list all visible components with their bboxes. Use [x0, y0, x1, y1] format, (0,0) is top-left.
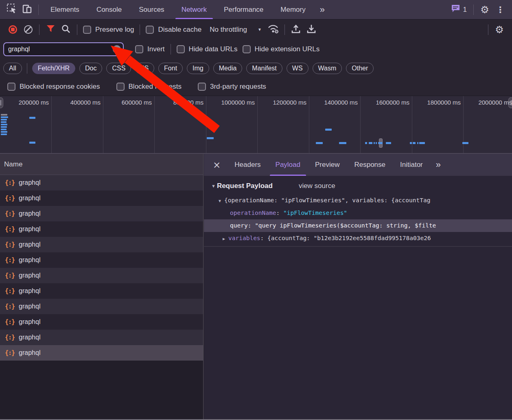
device-toolbar-button[interactable] — [20, 2, 35, 18]
request-row[interactable]: {:}graphql — [0, 314, 203, 330]
request-row[interactable]: {:}graphql — [0, 283, 203, 299]
request-name: graphql — [19, 210, 40, 217]
payload-variables-row[interactable]: ▶variables: {accountTag: "b12e3b2192ee55… — [204, 232, 512, 245]
request-row[interactable]: {:}graphql — [0, 299, 203, 314]
waterfall-bar — [1, 124, 7, 125]
preserve-log-toggle[interactable]: Preserve log — [83, 26, 134, 34]
timeline-tick-label: 600000 ms — [101, 99, 152, 106]
json-resource-icon: {:} — [5, 179, 15, 186]
preserve-log-checkbox[interactable] — [83, 26, 91, 34]
filter-chip-media[interactable]: Media — [213, 63, 243, 74]
request-row[interactable]: {:}graphql — [0, 345, 203, 361]
record-network-log-button[interactable] — [5, 22, 20, 38]
filter-chip-css[interactable]: CSS — [106, 63, 131, 74]
timeline-tick-label: 2000000 ms — [461, 99, 512, 106]
detail-tab-response[interactable]: Response — [347, 154, 393, 176]
payload-query-row[interactable]: query: "query ipFlowTimeseries($accountT… — [204, 219, 512, 232]
filter-toggle-button[interactable] — [43, 22, 58, 38]
divider — [38, 4, 39, 15]
hide-data-urls-checkbox[interactable] — [177, 45, 185, 53]
filter-chip-doc[interactable]: Doc — [79, 63, 102, 74]
timeline-tick-label: 400000 ms — [49, 99, 101, 106]
expand-triangle-icon[interactable]: ▼ — [219, 199, 221, 203]
filter-chip-img[interactable]: Img — [187, 63, 209, 74]
clear-filter-button[interactable]: × — [113, 45, 121, 53]
detail-tab-initiator[interactable]: Initiator — [393, 154, 430, 176]
payload-operation-row[interactable]: operationName: "ipFlowTimeseries" — [204, 207, 512, 219]
more-detail-tabs-button[interactable]: » — [430, 160, 447, 170]
detail-tab-headers[interactable]: Headers — [227, 154, 268, 176]
overview-timeline[interactable]: 200000 ms400000 ms600000 ms800000 ms1000… — [0, 96, 512, 154]
waterfall-bar — [419, 142, 425, 144]
blocked-requests-toggle[interactable]: Blocked requests — [116, 83, 182, 91]
network-settings-button[interactable]: ⚙ — [492, 22, 507, 38]
panel-tabs: ElementsConsoleSourcesNetworkPerformance… — [42, 0, 314, 19]
filter-chip-font[interactable]: Font — [158, 63, 183, 74]
inspect-element-button[interactable] — [4, 2, 20, 18]
filter-chip-ws[interactable]: WS — [287, 63, 309, 74]
disable-cache-label: Disable cache — [158, 26, 201, 34]
filter-chip-manifest[interactable]: Manifest — [246, 63, 282, 74]
colon: : — [260, 235, 267, 241]
filter-chip-js[interactable]: JS — [135, 63, 154, 74]
tab-elements[interactable]: Elements — [42, 0, 88, 19]
search-button[interactable] — [58, 22, 74, 38]
filter-chip-other[interactable]: Other — [346, 63, 374, 74]
json-resource-icon: {:} — [5, 210, 15, 217]
request-row[interactable]: {:}graphql — [0, 268, 203, 283]
invert-toggle[interactable]: Invert — [135, 45, 165, 53]
invert-checkbox[interactable] — [135, 45, 143, 53]
overflow-menu-button[interactable]: ⋮ — [492, 2, 508, 18]
blocked-requests-checkbox[interactable] — [116, 83, 125, 91]
filter-chip-all[interactable]: All — [3, 63, 22, 74]
more-panels-button[interactable]: » — [314, 4, 331, 15]
view-source-link[interactable]: view source — [299, 182, 335, 190]
close-detail-button[interactable]: × — [206, 160, 227, 170]
tab-performance[interactable]: Performance — [215, 0, 272, 19]
clear-network-log-button[interactable] — [20, 22, 36, 38]
collapse-triangle-icon: ▼ — [211, 184, 216, 188]
waterfall-bar — [29, 142, 35, 144]
extra-filters-row: Blocked response cookies Blocked request… — [0, 77, 512, 96]
disable-cache-toggle[interactable]: Disable cache — [146, 26, 201, 34]
detail-tab-payload[interactable]: Payload — [268, 154, 308, 176]
tab-network[interactable]: Network — [173, 0, 215, 19]
request-row[interactable]: {:}graphql — [0, 221, 203, 237]
hide-extension-urls-toggle[interactable]: Hide extension URLs — [243, 45, 320, 53]
json-resource-icon: {:} — [5, 195, 15, 202]
throttling-select[interactable]: No throttling ▼ — [210, 26, 262, 34]
blocked-response-cookies-toggle[interactable]: Blocked response cookies — [7, 83, 100, 91]
request-name: graphql — [19, 318, 40, 326]
request-row[interactable]: {:}graphql — [0, 237, 203, 252]
export-har-button[interactable] — [304, 22, 319, 38]
name-column-header[interactable]: Name — [0, 154, 203, 175]
preserve-log-label: Preserve log — [95, 26, 134, 34]
request-row[interactable]: {:}graphql — [0, 190, 203, 206]
import-har-button[interactable] — [288, 22, 304, 38]
expand-triangle-icon[interactable]: ▶ — [223, 236, 225, 241]
inspect-cursor-icon — [7, 3, 18, 16]
payload-root-row[interactable]: ▼{operationName: "ipFlowTimeseries", var… — [204, 194, 512, 207]
request-row[interactable]: {:}graphql — [0, 175, 203, 190]
tab-console[interactable]: Console — [88, 0, 130, 19]
issues-button[interactable]: 1 — [448, 4, 470, 15]
hide-extension-urls-checkbox[interactable] — [243, 45, 251, 53]
upload-icon — [291, 24, 301, 36]
third-party-requests-checkbox[interactable] — [198, 83, 206, 91]
request-payload-section-header[interactable]: ▼ Request Payload view source — [204, 176, 512, 191]
settings-button[interactable]: ⚙ — [477, 2, 492, 18]
network-conditions-button[interactable] — [266, 22, 281, 38]
request-row[interactable]: {:}graphql — [0, 330, 203, 345]
request-row[interactable]: {:}graphql — [0, 252, 203, 268]
blocked-response-cookies-checkbox[interactable] — [7, 83, 15, 91]
detail-tab-preview[interactable]: Preview — [308, 154, 347, 176]
tab-sources[interactable]: Sources — [130, 0, 173, 19]
request-row[interactable]: {:}graphql — [0, 206, 203, 221]
tab-memory[interactable]: Memory — [272, 0, 314, 19]
hide-data-urls-toggle[interactable]: Hide data URLs — [177, 45, 238, 53]
filter-chip-fetch-xhr[interactable]: Fetch/XHR — [32, 63, 75, 74]
filter-input[interactable] — [3, 42, 124, 56]
third-party-requests-toggle[interactable]: 3rd-party requests — [198, 83, 266, 91]
filter-chip-wasm[interactable]: Wasm — [313, 63, 342, 74]
disable-cache-checkbox[interactable] — [146, 26, 154, 34]
